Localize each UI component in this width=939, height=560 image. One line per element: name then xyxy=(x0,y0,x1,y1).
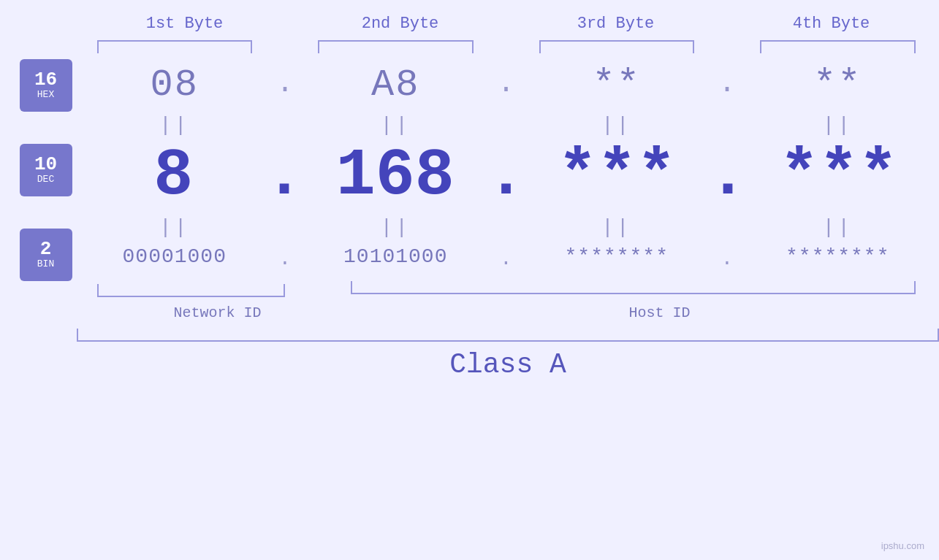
eq-2-1: || xyxy=(83,216,267,239)
bottom-section: Class A xyxy=(77,329,939,380)
eq-1-4: || xyxy=(745,114,930,137)
bottom-bracket-sep-1 xyxy=(300,281,336,300)
labels-column: 16 HEX 10 DEC 2 BIN xyxy=(9,37,83,329)
hex-dot-1: . xyxy=(267,67,303,100)
dec-val-4: *** xyxy=(748,139,930,212)
id-labels-row: Network ID Host ID xyxy=(83,304,930,329)
bin-val-3: ******** xyxy=(525,242,710,275)
hex-val-1: 08 xyxy=(83,56,267,110)
bottom-bracket-cell-1 xyxy=(83,281,300,300)
eq-1-1: || xyxy=(83,114,267,137)
hex-dot-2: . xyxy=(488,67,525,100)
byte-header-3: 3rd Byte xyxy=(508,15,723,37)
bracket-sep-2 xyxy=(488,37,525,56)
bottom-bracket-1 xyxy=(97,284,286,297)
hex-label-num: 16 xyxy=(34,70,57,89)
bottom-bracket-cell-234 xyxy=(336,281,930,300)
hex-label-group: 16 HEX xyxy=(9,59,83,112)
hex-row: 08 . A8 . ** . ** xyxy=(83,56,930,110)
equals-row-2: || || || || xyxy=(83,212,930,242)
byte-header-2: 2nd Byte xyxy=(292,15,508,37)
dec-dot-3: . xyxy=(708,143,748,209)
bin-label-group: 2 BIN xyxy=(9,229,83,281)
spacer1 xyxy=(9,112,83,144)
bracket-cell-3 xyxy=(525,37,710,56)
top-bracket-3 xyxy=(539,40,695,53)
dec-dot-1: . xyxy=(265,143,304,209)
hex-val-4: ** xyxy=(745,56,930,110)
eq-2-3: || xyxy=(525,216,710,239)
class-label: Class A xyxy=(77,349,939,380)
hex-label-base: HEX xyxy=(37,89,54,101)
bin-dot-1: . xyxy=(267,248,303,270)
bin-row: 00001000 . 10101000 . ******** . *******… xyxy=(83,242,930,275)
dec-val-1: 8 xyxy=(83,139,265,212)
watermark: ipshu.com xyxy=(881,540,924,551)
top-bracket-4 xyxy=(760,40,916,53)
bracket-cell-2 xyxy=(303,37,488,56)
bin-dot-3: . xyxy=(709,248,745,270)
spacer2 xyxy=(9,196,83,229)
hex-label-box: 16 HEX xyxy=(20,59,72,112)
hex-dot-3: . xyxy=(709,67,745,100)
bin-dot-2: . xyxy=(488,248,525,270)
top-bracket-1 xyxy=(97,40,253,53)
network-id-label: Network ID xyxy=(83,304,353,321)
bracket-cell-4 xyxy=(745,37,930,56)
bin-val-2: 10101000 xyxy=(303,242,488,275)
top-bracket-2 xyxy=(318,40,474,53)
dec-dot-2: . xyxy=(486,143,525,209)
byte-headers: 1st Byte 2nd Byte 3rd Byte 4th Byte xyxy=(77,15,939,37)
dec-val-3: *** xyxy=(526,139,708,212)
dec-label-group: 10 DEC xyxy=(9,144,83,196)
hex-val-3: ** xyxy=(525,56,710,110)
eq-2-4: || xyxy=(745,216,930,239)
hex-val-2: A8 xyxy=(303,56,488,110)
id-sep xyxy=(353,304,389,321)
bin-label-base: BIN xyxy=(37,258,54,270)
equals-row-1: || || || || xyxy=(83,110,930,139)
eq-2-2: || xyxy=(303,216,488,239)
byte-header-4: 4th Byte xyxy=(723,15,939,37)
bin-label-num: 2 xyxy=(40,239,52,258)
full-bottom-bracket xyxy=(77,329,939,342)
eq-1-3: || xyxy=(525,114,710,137)
bottom-bracket-234 xyxy=(351,281,916,294)
main-container: 1st Byte 2nd Byte 3rd Byte 4th Byte 16 H… xyxy=(0,0,939,560)
bracket-sep-3 xyxy=(709,37,745,56)
bottom-bracket-row xyxy=(83,281,930,300)
dec-label-base: DEC xyxy=(37,174,54,185)
byte-header-1: 1st Byte xyxy=(77,15,292,37)
bracket-cell-1 xyxy=(83,37,267,56)
dec-label-box: 10 DEC xyxy=(20,144,72,196)
bin-val-4: ******** xyxy=(745,242,930,275)
dec-label-num: 10 xyxy=(34,155,57,174)
eq-1-2: || xyxy=(303,114,488,137)
bin-val-1: 00001000 xyxy=(83,242,267,275)
bracket-sep-1 xyxy=(267,37,303,56)
bin-label-box: 2 BIN xyxy=(20,229,72,281)
dec-row: 8 . 168 . *** . *** xyxy=(83,139,930,212)
top-bracket-row xyxy=(83,37,930,56)
dec-val-2: 168 xyxy=(304,139,486,212)
host-id-label: Host ID xyxy=(389,304,930,321)
data-grid: 08 . A8 . ** . ** || || || || 8 . xyxy=(83,37,930,329)
